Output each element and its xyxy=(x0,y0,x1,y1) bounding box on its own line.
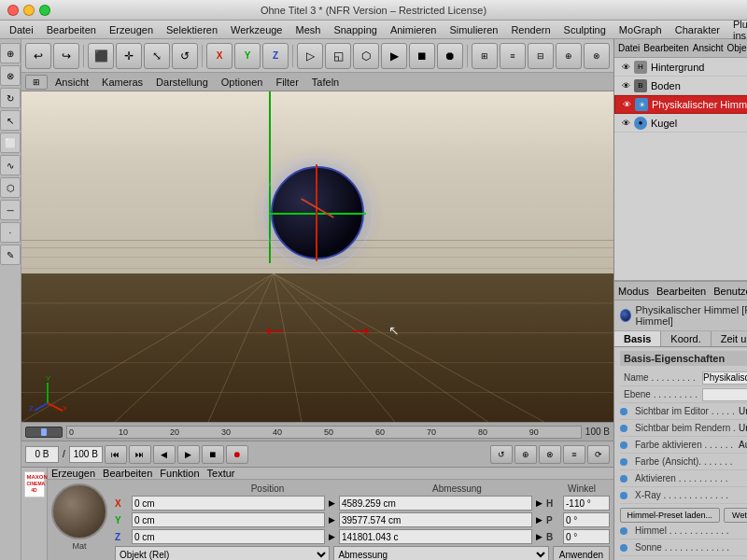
scene-item-himmel[interactable]: 👁 ☀ Physikalischer Himmel ⋮ ☀ xyxy=(614,95,747,114)
minimize-button[interactable] xyxy=(23,5,35,16)
b-angle-input[interactable] xyxy=(563,529,610,544)
menu-item-snapping[interactable]: Snapping xyxy=(328,22,383,37)
tool-point[interactable]: · xyxy=(0,222,21,243)
menu-item-simulieren[interactable]: Simulieren xyxy=(444,22,503,37)
menu-item-charakter[interactable]: Charakter xyxy=(669,22,726,37)
transport-btn4[interactable]: ≡ xyxy=(563,445,585,464)
tool-scale[interactable]: ⊗ xyxy=(0,65,21,86)
scale-btn[interactable]: ⤡ xyxy=(144,43,170,69)
render-btn[interactable]: ▷ xyxy=(297,43,323,69)
icon2[interactable]: ≡ xyxy=(500,43,526,69)
menu-item-werkzeuge[interactable]: Werkzeuge xyxy=(225,22,288,37)
h-angle-input[interactable] xyxy=(563,496,610,511)
rt-objekt[interactable]: Objekt xyxy=(727,43,747,53)
bt-erzeugen[interactable]: Erzeugen xyxy=(51,468,95,479)
move-btn[interactable]: ✛ xyxy=(116,43,142,69)
viewport-icon[interactable]: ⊞ xyxy=(25,75,48,90)
render-region-btn[interactable]: ◱ xyxy=(325,43,351,69)
scene-item-kugel[interactable]: 👁 ● Kugel ⋮ xyxy=(614,114,747,133)
close-button[interactable] xyxy=(7,5,19,16)
x-axis-btn[interactable]: X xyxy=(206,43,233,69)
tool-poly[interactable]: ⬡ xyxy=(0,177,21,198)
tab-basis[interactable]: Basis xyxy=(614,331,661,346)
bt-bearbeiten[interactable]: Bearbeiten xyxy=(103,468,152,479)
z-size-input[interactable] xyxy=(339,529,532,544)
max-frame-input[interactable] xyxy=(69,446,103,463)
z-axis-btn[interactable]: Z xyxy=(262,43,289,69)
prop-ebene-input[interactable] xyxy=(702,388,747,401)
sphere-object[interactable] xyxy=(261,157,374,269)
y-axis-btn[interactable]: Y xyxy=(234,43,261,69)
stop-btn[interactable]: ⏹ xyxy=(202,445,224,464)
goto-start-btn[interactable]: ⏮ xyxy=(105,445,127,464)
record-btn[interactable]: ⏺ xyxy=(437,43,463,69)
tool-box[interactable]: ⬜ xyxy=(0,133,21,153)
loop-btn[interactable]: ↺ xyxy=(490,445,513,464)
icon5[interactable]: ⊗ xyxy=(584,43,610,69)
menu-item-bearbeiten[interactable]: Bearbeiten xyxy=(41,22,102,37)
timeline-track[interactable]: 0 10 20 30 40 50 60 70 80 90 xyxy=(66,426,582,439)
rt-ansicht[interactable]: Ansicht xyxy=(693,43,724,53)
menu-item-selektieren[interactable]: Selektieren xyxy=(161,22,223,37)
play-btn[interactable]: ▶ xyxy=(177,445,200,464)
transport-btn3[interactable]: ⊗ xyxy=(539,445,561,464)
current-frame-input[interactable] xyxy=(25,446,59,463)
undo-btn[interactable]: ↩ xyxy=(25,43,51,69)
rotate-btn[interactable]: ↺ xyxy=(172,43,198,69)
maximize-button[interactable] xyxy=(39,5,50,16)
rt-bearbeiten[interactable]: Bearbeiten xyxy=(643,43,688,53)
sky-preset-button[interactable]: Himmel-Preset laden... xyxy=(620,508,720,523)
record-btn[interactable]: ⏺ xyxy=(226,445,248,464)
y-pos-input[interactable] xyxy=(132,512,325,527)
bt-funktion[interactable]: Funktion xyxy=(160,468,199,479)
transport-btn2[interactable]: ⊕ xyxy=(514,445,537,464)
rb-bearbeiten[interactable]: Bearbeiten xyxy=(656,286,706,297)
icon3[interactable]: ⊟ xyxy=(528,43,554,69)
eye-kugel[interactable]: 👁 xyxy=(622,119,630,128)
rt-datei[interactable]: Datei xyxy=(618,43,640,53)
vp-menu-tafeln[interactable]: Tafeln xyxy=(306,76,345,89)
tool-move[interactable]: ⊕ xyxy=(0,43,21,63)
icon4[interactable]: ⊕ xyxy=(556,43,582,69)
render-view-btn[interactable]: ⬡ xyxy=(353,43,379,69)
menu-item-animieren[interactable]: Animieren xyxy=(385,22,443,37)
tab-zeit[interactable]: Zeit und Positi... xyxy=(712,331,747,346)
vp-menu-ansicht[interactable]: Ansicht xyxy=(49,76,94,89)
apply-button[interactable]: Anwenden xyxy=(553,546,610,560)
x-size-input[interactable] xyxy=(339,496,532,511)
tool-rotate[interactable]: ↻ xyxy=(0,88,21,108)
tool-lasso[interactable]: ∿ xyxy=(0,155,21,175)
goto-end-btn[interactable]: ⏭ xyxy=(129,445,151,464)
prev-frame-btn[interactable]: ◀ xyxy=(153,445,176,464)
x-pos-input[interactable] xyxy=(132,496,325,511)
coord-mode-select[interactable]: Objekt (Rel) xyxy=(115,546,330,560)
eye-boden[interactable]: 👁 xyxy=(622,81,630,91)
playback-btn[interactable]: ▶ xyxy=(381,43,407,69)
redo-btn[interactable]: ↪ xyxy=(53,43,79,69)
material-preview[interactable] xyxy=(51,483,107,539)
transport-btn5[interactable]: ⟳ xyxy=(587,445,610,464)
bt-textur[interactable]: Textur xyxy=(207,468,235,479)
rb-benutzer[interactable]: Benutzer xyxy=(713,286,747,297)
viewport[interactable]: ← → ↖ Y X Z xyxy=(21,91,613,422)
scene-item-boden[interactable]: 👁 B Boden ⋮ xyxy=(614,77,747,95)
weather-preset-button[interactable]: Wetter-Preset laden... xyxy=(724,508,748,523)
rb-modus[interactable]: Modus xyxy=(618,286,649,297)
menu-item-erzeugen[interactable]: Erzeugen xyxy=(104,22,159,37)
select-btn[interactable]: ⬛ xyxy=(88,43,114,69)
vp-menu-darstellung[interactable]: Darstellung xyxy=(150,76,214,89)
scene-item-hintergrund[interactable]: 👁 H Hintergrund ⋮ xyxy=(614,58,747,77)
menu-item-datei[interactable]: Datei xyxy=(4,22,39,37)
prop-name-input[interactable] xyxy=(702,371,747,385)
menu-item-mesh[interactable]: Mesh xyxy=(289,22,326,37)
menu-item-sculpting[interactable]: Sculpting xyxy=(558,22,612,37)
p-angle-input[interactable] xyxy=(563,512,610,527)
vp-menu-kameras[interactable]: Kameras xyxy=(96,76,148,89)
tab-koord[interactable]: Koord. xyxy=(661,331,711,346)
icon1[interactable]: ⊞ xyxy=(472,43,498,69)
menu-item-mograph[interactable]: MoGraph xyxy=(613,22,668,37)
eye-hintergrund[interactable]: 👁 xyxy=(622,63,630,72)
y-size-input[interactable] xyxy=(339,512,532,527)
stop-btn[interactable]: ⏹ xyxy=(409,43,435,69)
vp-menu-filter[interactable]: Filter xyxy=(270,76,303,89)
